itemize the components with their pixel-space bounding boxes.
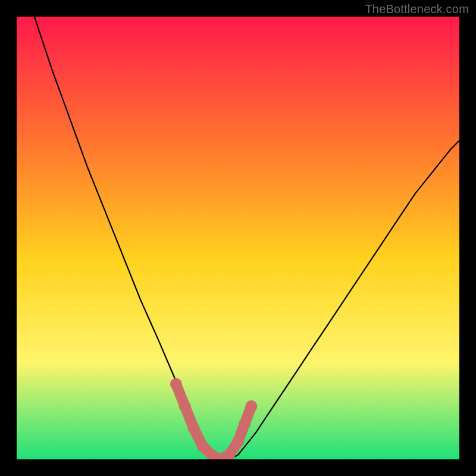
bottleneck-chart <box>17 17 459 459</box>
plot-area <box>17 17 459 459</box>
highlight-dot <box>232 436 244 447</box>
watermark-text: TheBottleneck.com <box>365 2 469 16</box>
highlight-dot <box>179 400 191 412</box>
highlight-dot <box>239 418 250 430</box>
highlight-dot <box>245 400 257 412</box>
highlight-dot <box>196 440 208 452</box>
highlight-dot <box>170 378 182 390</box>
highlight-dot <box>188 422 200 434</box>
chart-frame: TheBottleneck.com <box>0 0 476 476</box>
gradient-background <box>17 17 459 459</box>
